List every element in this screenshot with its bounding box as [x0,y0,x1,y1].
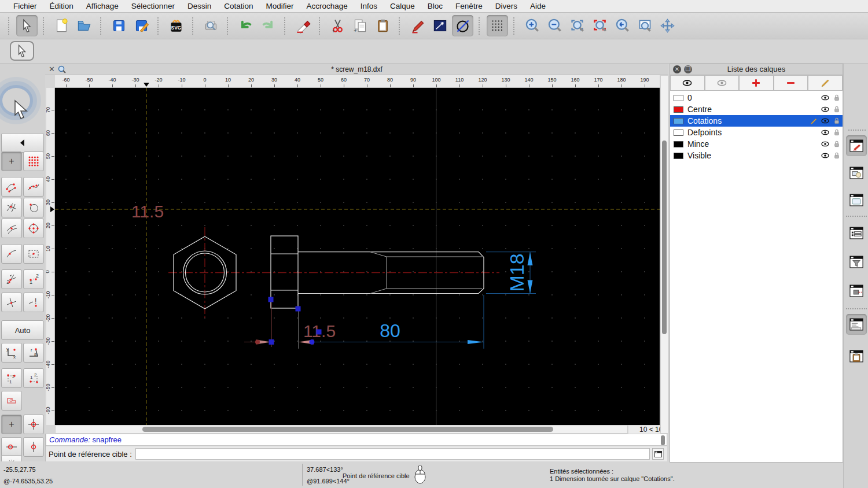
dock-command-line-button[interactable] [846,314,867,335]
layer-row-defpoints[interactable]: Defpoints [670,127,843,138]
remove-layer-button[interactable] [774,75,808,91]
menu-dessin[interactable]: Dessin [181,0,218,13]
coord-cartesian-button[interactable]: yx [1,343,22,363]
layer-visibility-icon[interactable] [819,105,831,114]
layer-lock-icon[interactable] [831,128,843,137]
zoom-window-button[interactable] [634,15,656,36]
dock-clipboard-button[interactable] [846,346,867,367]
layer-visibility-icon[interactable] [819,116,831,125]
rel-point-12-button[interactable]: 12 [1,368,22,388]
snap-free-button[interactable]: + [1,151,22,171]
draw-pen-button[interactable] [407,15,428,36]
layer-row-0[interactable]: 0 [670,92,843,103]
menu-fenetre[interactable]: Fenêtre [449,0,489,13]
vertical-scrollbar[interactable] [660,75,668,434]
dock-pen-properties-button[interactable] [846,135,867,156]
restrict-ortho-button[interactable] [23,415,44,434]
snap-order-button[interactable]: 12 [23,269,44,289]
dock-plugin-button[interactable] [846,280,867,301]
layer-color-swatch[interactable] [674,141,683,147]
menu-accrochage[interactable]: Accrochage [300,0,354,13]
layer-color-swatch[interactable] [674,106,683,113]
snap-grid-button[interactable] [23,151,44,171]
zoom-out-button[interactable] [544,15,565,36]
dock-block-list-button[interactable] [846,162,867,183]
menu-modifier[interactable]: Modifier [259,0,300,13]
menu-affichage[interactable]: Affichage [80,0,125,13]
snap-back-button[interactable] [1,133,44,153]
menu-selectionner[interactable]: Sélectionner [125,0,181,13]
layer-row-cotations[interactable]: Cotations [670,115,843,127]
layer-lock-icon[interactable] [831,151,843,160]
snap-on-entity-button[interactable] [23,177,44,197]
snap-middle-button[interactable] [1,219,22,238]
layer-color-swatch[interactable] [674,130,683,136]
restrict-nothing-button[interactable]: + [1,415,22,434]
command-input[interactable] [135,448,650,460]
panel-close-icon[interactable]: ✕ [673,65,681,73]
command-detach-button[interactable] [652,448,664,460]
dock-filter-button[interactable] [846,252,867,272]
line-tool-button[interactable] [429,15,451,36]
snap-none-button[interactable]: ! [23,293,44,312]
layer-visibility-icon[interactable] [819,139,831,149]
grid-toggle-button[interactable] [487,15,508,36]
pointer-tool-button[interactable] [10,41,34,61]
restrict-vertical-button[interactable] [23,437,44,457]
menu-aide[interactable]: Aide [524,0,552,13]
layer-row-centre[interactable]: Centre [670,103,843,115]
svg-export-button[interactable]: SVG [165,15,187,36]
snap-tangent-button[interactable] [23,198,44,217]
layer-edit-icon[interactable] [808,117,819,125]
menu-infos[interactable]: Infos [354,0,384,13]
copy-button[interactable]: + [350,15,371,36]
dock-library-browser-button[interactable] [846,190,867,210]
hide-all-eye-button[interactable] [705,75,740,91]
snap-distance-button[interactable] [1,244,22,264]
snap-endpoint-button[interactable] [1,177,22,197]
restrict-horizontal-button[interactable] [1,437,22,457]
menu-cotation[interactable]: Cotation [218,0,259,13]
layer-row-visible[interactable]: Visible [670,150,843,161]
print-preview-button[interactable] [200,15,222,36]
circle-tool-button[interactable] [452,15,473,36]
layer-lock-icon[interactable] [831,93,843,102]
undo-button[interactable] [235,15,256,36]
menu-calque[interactable]: Calque [384,0,421,13]
auto-snap-button[interactable]: Auto [1,320,44,340]
drawing-canvas[interactable]: 11.5 M18 80 [55,88,660,425]
ortho-tool-button[interactable] [1,391,22,411]
coord-polar-button[interactable]: ra [23,343,44,363]
snap-intersection-button[interactable] [1,198,22,217]
layer-visibility-icon[interactable] [819,128,831,137]
menu-edition[interactable]: Édition [43,0,80,13]
menu-fichier[interactable]: Fichier [7,0,43,13]
layer-visibility-icon[interactable] [819,151,831,160]
paste-button[interactable] [372,15,393,36]
add-layer-button[interactable] [739,75,774,91]
layer-lock-icon[interactable] [831,105,843,114]
layer-visibility-icon[interactable] [819,93,831,102]
menu-divers[interactable]: Divers [489,0,524,13]
snap-grid-area-button[interactable] [23,244,44,264]
dock-layer-list-button[interactable] [846,223,867,243]
save-as-button[interactable] [131,15,152,36]
zoom-selection-button[interactable] [589,15,610,36]
show-all-eye-button[interactable] [670,75,705,91]
snap-perpendicular-button[interactable] [1,293,22,312]
command-scrollbar-thumb[interactable] [661,435,665,445]
redo-button[interactable] [258,15,279,36]
snap-center-button[interactable] [23,219,44,238]
layer-lock-icon[interactable] [831,139,843,149]
delete-button[interactable] [292,15,314,36]
select-tool-button[interactable] [16,15,38,36]
pan-button[interactable] [657,15,678,36]
rel-point-21-button[interactable]: 12 [23,368,44,388]
layer-color-swatch[interactable] [674,118,683,124]
vertical-scrollbar-thumb[interactable] [662,141,667,334]
zoom-previous-button[interactable] [612,15,633,36]
menu-bloc[interactable]: Bloc [421,0,449,13]
save-button[interactable] [108,15,130,36]
edit-layer-button[interactable] [808,75,843,91]
new-file-button[interactable] [51,15,72,36]
